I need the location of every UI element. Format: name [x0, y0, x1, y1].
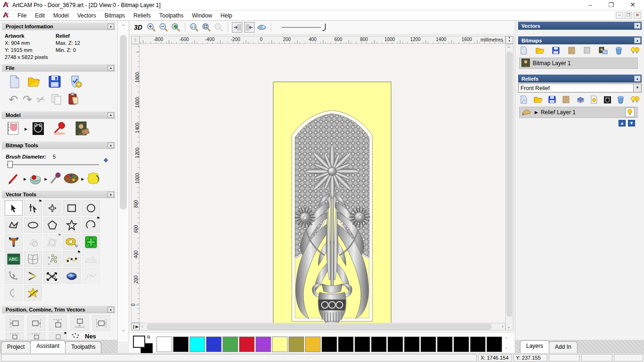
tool-fillet-curves[interactable] — [5, 268, 23, 284]
palette-swatch-12[interactable] — [355, 337, 370, 352]
layer-visibility-icon[interactable] — [591, 95, 597, 105]
invert-model-icon[interactable] — [31, 121, 45, 137]
brush-diameter-slider[interactable] — [7, 164, 99, 165]
texture-layer-icon[interactable] — [568, 46, 576, 56]
move-layer-up-icon[interactable]: ▲ — [619, 120, 626, 126]
left-panel-scrollbar[interactable]: ⌃ ⌄ — [118, 21, 129, 342]
mdi-minimize-button[interactable]: – — [616, 12, 623, 19]
palette-swatch-3[interactable] — [206, 337, 222, 352]
greyscale-layer-icon[interactable] — [603, 96, 611, 105]
section-vector-tools[interactable]: Vector Tools ▲ — [2, 191, 115, 198]
slider-flyout-icon[interactable] — [104, 158, 108, 163]
tool-offset-vector[interactable] — [43, 234, 61, 250]
palette-swatch-15[interactable] — [404, 337, 420, 352]
move-layer-down-icon[interactable]: ▼ — [628, 120, 635, 126]
tab-toolpaths[interactable]: Toolpaths — [65, 341, 101, 353]
zoom-1to1-icon[interactable]: 1:1 — [189, 22, 199, 33]
zoom-object-icon[interactable] — [214, 22, 224, 33]
palette-swatch-0[interactable] — [157, 337, 172, 352]
palette-swatch-19[interactable] — [470, 337, 486, 352]
palette-swatch-18[interactable] — [454, 337, 469, 352]
zoom-in-icon[interactable] — [146, 22, 157, 33]
new-layer-icon[interactable] — [520, 46, 528, 56]
blank-layer-icon[interactable] — [584, 47, 591, 55]
save-model-icon[interactable] — [48, 75, 61, 89]
zoom-previous-icon[interactable] — [171, 22, 181, 33]
tool-measure[interactable] — [63, 234, 81, 250]
tool-align-top[interactable] — [49, 315, 67, 331]
palette-swatch-9[interactable] — [305, 337, 321, 352]
snap-right-icon[interactable] — [244, 22, 255, 33]
dropdown-arrow-icon[interactable]: ▼ — [633, 84, 641, 92]
copy-icon[interactable] — [50, 93, 63, 106]
tool-centre-y[interactable] — [27, 332, 45, 340]
ruler-origin-button[interactable]: ┼ — [131, 36, 140, 44]
merge-relief-icon[interactable] — [576, 96, 585, 105]
palette-swatch-14[interactable] — [388, 337, 403, 352]
tool-nesting-dots[interactable] — [71, 332, 81, 340]
palette-swatch-17[interactable] — [437, 337, 453, 352]
set-lighting-icon[interactable] — [52, 121, 67, 136]
tool-join-vectors[interactable] — [24, 268, 42, 284]
palette-scroll-down-icon[interactable]: ⌄ — [503, 344, 510, 352]
tool-create-circle[interactable] — [82, 200, 100, 216]
slider-handle[interactable] — [8, 161, 13, 168]
set-model-size-icon[interactable] — [7, 121, 21, 137]
zoom-out-icon[interactable] — [158, 22, 169, 33]
tool-create-ellipse[interactable] — [24, 217, 42, 233]
scrollbar-thumb[interactable] — [120, 35, 127, 210]
vertical-scrollbar[interactable]: ⌃ ⌄ — [505, 44, 513, 330]
toggle-visibility-icon[interactable] — [630, 95, 640, 105]
tab-add-in[interactable]: Add In — [549, 341, 578, 353]
close-button[interactable]: ✕ — [622, 0, 643, 10]
scrollbar-thumb[interactable] — [506, 51, 512, 317]
tool-centre-page[interactable] — [49, 332, 67, 340]
tool-free-relief[interactable] — [82, 251, 100, 267]
scroll-up-icon[interactable]: ⌃ — [119, 24, 127, 30]
tab-layers[interactable]: Layers — [520, 340, 549, 353]
tool-vector-doctor[interactable] — [24, 234, 42, 250]
primary-secondary-colour[interactable]: ⧉ — [133, 336, 154, 354]
slider-knob[interactable] — [322, 24, 326, 31]
drawing-canvas[interactable] — [140, 44, 505, 323]
menu-model[interactable]: Model — [49, 11, 73, 20]
palette-swatch-20[interactable] — [487, 337, 502, 352]
rollup-icon[interactable]: ▲ — [107, 307, 114, 312]
relief-set-dropdown[interactable]: Front Relief ▼ — [518, 84, 642, 93]
tool-create-rectangle[interactable] — [63, 200, 81, 216]
rollup-icon[interactable]: ▲ — [107, 65, 114, 71]
menu-edit[interactable]: Edit — [31, 11, 49, 20]
save-layer-icon[interactable] — [548, 96, 556, 104]
scroll-down-icon[interactable]: ⌄ — [507, 324, 511, 329]
tool-align-bottom[interactable] — [71, 315, 89, 331]
open-layer-icon[interactable] — [536, 47, 545, 55]
primary-colour-swatch[interactable] — [133, 336, 145, 348]
tool-select-vectors[interactable] — [5, 200, 23, 216]
3d-view-button[interactable]: 3D — [134, 24, 142, 31]
contrast-slider[interactable] — [281, 27, 321, 28]
model-options-icon[interactable] — [68, 75, 82, 90]
tool-create-text[interactable] — [5, 234, 23, 250]
minimize-button[interactable]: – — [580, 0, 601, 10]
menu-help[interactable]: Help — [216, 11, 237, 20]
palette-swatch-16[interactable] — [421, 337, 436, 352]
scroll-origin-button[interactable]: ❙▶ — [131, 323, 140, 330]
link-colours-icon[interactable]: ⧉ — [147, 335, 150, 340]
undo-icon[interactable]: ↶ — [8, 94, 18, 105]
rollup-icon[interactable]: ▲ — [107, 24, 114, 29]
palette-swatch-6[interactable] — [256, 337, 271, 352]
new-model-icon[interactable] — [8, 75, 21, 90]
tool-create-polygon[interactable] — [43, 217, 61, 233]
vectors-header[interactable]: Vectors ▼ — [518, 22, 642, 30]
palette-swatch-4[interactable] — [223, 337, 238, 352]
mdi-close-button[interactable]: ✕ — [634, 12, 641, 19]
tool-trim-vectors[interactable] — [43, 268, 61, 284]
palette-swatch-8[interactable] — [289, 337, 304, 352]
palette-swatch-11[interactable] — [338, 337, 354, 352]
rollup-icon[interactable]: ▲ — [107, 112, 114, 118]
scroll-down-icon[interactable]: ⌄ — [119, 327, 127, 333]
relief-layer-item[interactable]: + ▶ Relief Layer 1 — [519, 107, 638, 118]
tool-align-right[interactable] — [27, 315, 45, 331]
tool-spline-faded[interactable] — [82, 268, 100, 284]
palette-scroll[interactable]: ⌃ ⌄ — [503, 336, 510, 354]
